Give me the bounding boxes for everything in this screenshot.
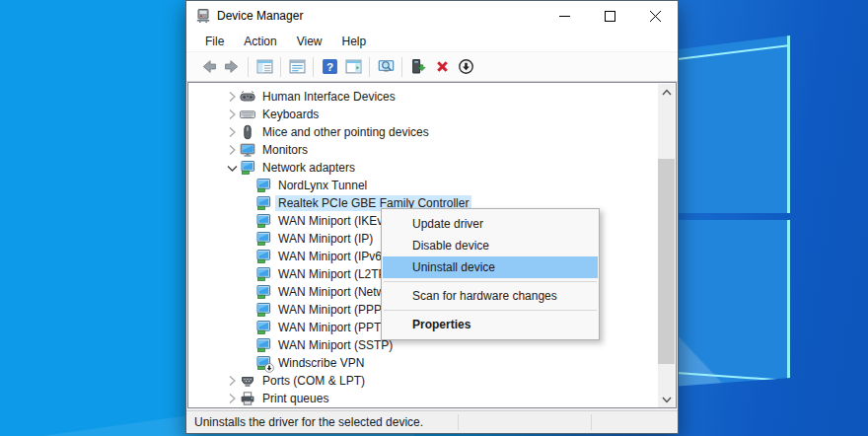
tree-item-label: NordLynx Tunnel [275, 178, 370, 193]
menu-file[interactable]: File [195, 32, 234, 51]
network-adapter-icon [255, 178, 271, 193]
tree-item-label: Human Interface Devices [259, 89, 398, 105]
toolbar-separator [313, 57, 314, 77]
maximize-button[interactable] [587, 1, 632, 31]
chevron-right-icon[interactable] [224, 124, 240, 140]
chevron-down-icon[interactable] [224, 160, 240, 176]
scrollbar-thumb[interactable] [658, 159, 675, 364]
arrow-left-icon [200, 58, 217, 75]
chevron-right-icon[interactable] [224, 391, 240, 406]
update-driver-button[interactable] [406, 55, 430, 79]
minimize-button[interactable] [542, 1, 587, 31]
tree-item-label: WAN Miniport (SSTP) [275, 337, 396, 353]
network-adapter-icon [255, 195, 271, 211]
status-bar: Uninstalls the driver for the selected d… [186, 410, 678, 433]
vertical-scrollbar[interactable] [658, 84, 675, 407]
tree-item-label: Print queues [259, 391, 331, 406]
scan-for-hardware-changes-button[interactable] [374, 55, 398, 79]
toolbar-separator [248, 57, 249, 77]
forward-button[interactable] [220, 55, 244, 79]
context-menu-item-update-driver[interactable]: Update driver [383, 213, 598, 235]
serial-port-icon [240, 373, 255, 389]
menu-view[interactable]: View [287, 32, 332, 51]
properties-icon [289, 58, 306, 75]
tree-item-label: WAN Miniport (PPTP) [275, 320, 396, 335]
network-adapter-icon [255, 213, 271, 229]
title-bar[interactable]: Device Manager [186, 1, 678, 31]
tree-item-nordlynx-tunnel[interactable]: NordLynx Tunnel [188, 177, 658, 194]
console-tree-icon [256, 58, 273, 75]
keyboard-icon [240, 107, 255, 122]
help-button[interactable] [318, 55, 341, 79]
chevron-right-icon[interactable] [224, 89, 240, 105]
tree-item-print-queues[interactable]: Print queues [188, 390, 658, 407]
tree-item-label: WAN Miniport (IP) [275, 231, 376, 247]
window-title: Device Manager [217, 9, 542, 23]
toolbar-separator [280, 57, 281, 77]
tree-item-label: Keyboards [259, 107, 322, 122]
printer-icon [240, 391, 255, 406]
back-button[interactable] [196, 55, 220, 79]
toolbar [186, 52, 678, 82]
tree-item-ports-com-lpt[interactable]: Ports (COM & LPT) [188, 372, 658, 390]
context-menu-separator [384, 310, 597, 311]
close-button[interactable] [632, 1, 678, 31]
device-manager-icon [195, 8, 211, 24]
action-pane-button[interactable] [341, 55, 365, 79]
toolbar-separator [369, 57, 370, 77]
tree-item-label: WAN Miniport (IKEv2) [275, 213, 397, 229]
status-bar-divider [458, 414, 459, 430]
tree-item-mice[interactable]: Mice and other pointing devices [188, 123, 658, 141]
network-adapter-icon [255, 231, 271, 247]
menu-help[interactable]: Help [332, 32, 377, 51]
network-adapter-icon [240, 160, 255, 176]
tree-item-windscribe-vpn[interactable]: Windscribe VPN [188, 354, 658, 372]
properties-button[interactable] [285, 55, 309, 79]
arrow-right-icon [224, 58, 241, 75]
context-menu-item-scan-for-hardware-changes[interactable]: Scan for hardware changes [383, 285, 598, 307]
action-pane-icon [345, 58, 362, 75]
context-menu-separator [384, 281, 597, 282]
network-adapter-icon [255, 249, 271, 264]
tree-item-label: Mice and other pointing devices [259, 124, 432, 140]
tree-item-label: Ports (COM & LPT) [259, 373, 368, 389]
tree-item-monitors[interactable]: Monitors [188, 141, 658, 159]
show-console-tree-button[interactable] [253, 55, 276, 79]
chevron-right-icon[interactable] [224, 142, 240, 158]
network-adapter-icon [255, 266, 271, 282]
context-menu: Update driver Disable device Uninstall d… [381, 208, 600, 340]
tree-item-human-interface-devices[interactable]: Human Interface Devices [188, 88, 658, 106]
device-manager-window: Device Manager File Action View Help [185, 0, 679, 434]
scroll-up-button[interactable] [658, 84, 675, 101]
tree-item-network-adapters[interactable]: Network adapters [188, 159, 658, 177]
hid-gamepad-icon [240, 89, 255, 105]
chevron-right-icon[interactable] [224, 107, 240, 122]
tree-item-label: Network adapters [259, 160, 358, 176]
disable-device-button[interactable] [454, 55, 477, 79]
context-menu-item-properties[interactable]: Properties [383, 314, 598, 335]
scroll-down-button[interactable] [658, 391, 675, 407]
context-menu-item-disable-device[interactable]: Disable device [383, 235, 598, 256]
monitor-icon [240, 142, 255, 158]
menu-bar: File Action View Help [186, 31, 678, 52]
toolbar-separator [401, 57, 402, 77]
network-adapter-icon [255, 302, 271, 318]
network-adapter-icon [255, 320, 271, 335]
disable-circle-icon [458, 58, 474, 75]
help-icon [322, 58, 338, 75]
context-menu-item-uninstall-device[interactable]: Uninstall device [383, 256, 598, 278]
chevron-right-icon[interactable] [224, 373, 240, 389]
uninstall-device-button[interactable] [430, 55, 454, 79]
network-adapter-disabled-icon [255, 355, 271, 371]
menu-action[interactable]: Action [234, 32, 286, 51]
chevron-up-icon [659, 85, 675, 101]
uninstall-x-icon [434, 58, 451, 75]
tree-item-label: Monitors [259, 142, 311, 158]
mouse-icon [240, 124, 255, 140]
status-text: Uninstalls the driver for the selected d… [194, 415, 423, 429]
tree-item-label: Windscribe VPN [275, 355, 367, 371]
network-adapter-icon [255, 337, 271, 353]
status-bar-divider [591, 414, 592, 430]
minimize-icon [559, 11, 570, 22]
tree-item-keyboards[interactable]: Keyboards [188, 106, 658, 123]
